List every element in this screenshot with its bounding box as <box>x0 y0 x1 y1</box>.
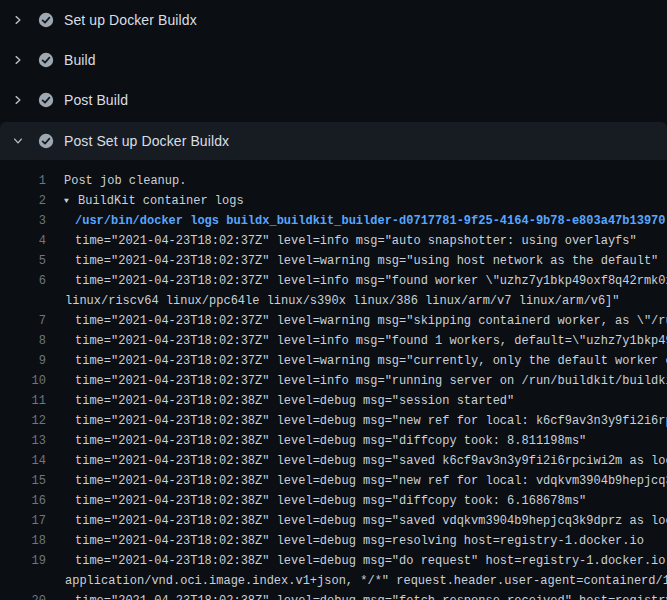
log-line-text-content: time="2021-04-23T18:02:37Z" level=info m… <box>75 374 667 388</box>
chevron-icon[interactable] <box>11 53 25 67</box>
log-line-text-content: time="2021-04-23T18:02:38Z" level=debug … <box>75 434 586 448</box>
group-caret-icon[interactable]: ▼ <box>64 191 78 211</box>
log-line: application/vnd.oci.image.index.v1+json,… <box>0 571 667 591</box>
chevron-icon[interactable] <box>11 93 25 107</box>
log-line-number[interactable]: 7 <box>0 311 46 331</box>
log-line-text-content: time="2021-04-23T18:02:37Z" level=info m… <box>75 334 667 348</box>
log-line-number[interactable]: 9 <box>0 351 46 371</box>
log-line-text: time="2021-04-23T18:02:38Z" level=debug … <box>75 471 667 491</box>
log-line-number[interactable]: 19 <box>0 551 46 571</box>
log-line-text: time="2021-04-23T18:02:37Z" level=warnin… <box>75 351 667 371</box>
log-line-number[interactable]: 6 <box>0 271 46 291</box>
log-line-number[interactable] <box>0 571 46 591</box>
log-line-text: /usr/bin/docker logs buildx_buildkit_bui… <box>75 211 666 231</box>
log-line-number[interactable]: 8 <box>0 331 46 351</box>
log-line-text-content: Post job cleanup. <box>64 174 186 188</box>
log-line-text: Post job cleanup. <box>64 171 186 191</box>
log-line-text: time="2021-04-23T18:02:38Z" level=debug … <box>75 531 644 551</box>
log-line-text: time="2021-04-23T18:02:37Z" level=info m… <box>75 271 667 291</box>
log-line: 16 time="2021-04-23T18:02:38Z" level=deb… <box>0 491 667 511</box>
log-line-text: time="2021-04-23T18:02:38Z" level=debug … <box>75 591 667 600</box>
log-line-text: time="2021-04-23T18:02:37Z" level=warnin… <box>75 311 667 331</box>
log-line-text-content: time="2021-04-23T18:02:37Z" level=info m… <box>75 274 667 288</box>
log-line-text-content: time="2021-04-23T18:02:38Z" level=debug … <box>75 474 667 488</box>
step-row-0[interactable]: Set up Docker Buildx <box>0 0 667 40</box>
chevron-down-icon <box>12 135 24 147</box>
log-line-text-content: /usr/bin/docker logs buildx_buildkit_bui… <box>75 214 666 228</box>
log-line: 20 time="2021-04-23T18:02:38Z" level=deb… <box>0 591 667 600</box>
log-line-text-content: time="2021-04-23T18:02:37Z" level=warnin… <box>75 314 667 328</box>
log-line-text-content: time="2021-04-23T18:02:38Z" level=debug … <box>75 514 667 528</box>
check-circle-icon <box>38 52 54 68</box>
log-line: 9 time="2021-04-23T18:02:37Z" level=warn… <box>0 351 667 371</box>
chevron-right-icon <box>12 54 24 66</box>
log-line: 19 time="2021-04-23T18:02:38Z" level=deb… <box>0 551 667 571</box>
log-line: 17 time="2021-04-23T18:02:38Z" level=deb… <box>0 511 667 531</box>
log-line-text-content: time="2021-04-23T18:02:38Z" level=debug … <box>75 554 667 568</box>
log-line-text-content: application/vnd.oci.image.index.v1+json,… <box>65 574 667 588</box>
check-circle-icon <box>38 12 54 28</box>
log-line: 6 time="2021-04-23T18:02:37Z" level=info… <box>0 271 667 291</box>
log-line: linux/riscv64 linux/ppc64le linux/s390x … <box>0 291 667 311</box>
log-line-number[interactable]: 18 <box>0 531 46 551</box>
log-line-text: time="2021-04-23T18:02:37Z" level=info m… <box>75 371 667 391</box>
log-line-number[interactable]: 11 <box>0 391 46 411</box>
log-line: 10 time="2021-04-23T18:02:37Z" level=inf… <box>0 371 667 391</box>
log-line-text-content: time="2021-04-23T18:02:38Z" level=debug … <box>75 534 644 548</box>
log-line-text-content: time="2021-04-23T18:02:37Z" level=warnin… <box>75 254 658 268</box>
log-line-text-content: time="2021-04-23T18:02:38Z" level=debug … <box>75 594 667 600</box>
log-line-text: ▼BuildKit container logs <box>64 191 244 211</box>
log-line-text: linux/riscv64 linux/ppc64le linux/s390x … <box>65 291 620 311</box>
chevron-right-icon <box>12 94 24 106</box>
log-line-text: time="2021-04-23T18:02:37Z" level=info m… <box>75 231 637 251</box>
log-line-text: time="2021-04-23T18:02:38Z" level=debug … <box>75 431 586 451</box>
chevron-icon[interactable] <box>11 134 25 148</box>
log-line-text-content: time="2021-04-23T18:02:38Z" level=debug … <box>75 454 667 468</box>
log-line-number[interactable]: 4 <box>0 231 46 251</box>
log-line: 11 time="2021-04-23T18:02:38Z" level=deb… <box>0 391 667 411</box>
step-label: Build <box>64 52 96 68</box>
log-line-text-content: time="2021-04-23T18:02:38Z" level=debug … <box>75 394 514 408</box>
step-row-2[interactable]: Post Build <box>0 80 667 120</box>
log-line: 2 ▼BuildKit container logs <box>0 191 667 211</box>
log-line-number[interactable] <box>0 291 46 311</box>
step-label: Post Set up Docker Buildx <box>64 133 229 149</box>
steps-list: Set up Docker Buildx Build <box>0 0 667 160</box>
log-line-number[interactable]: 20 <box>0 591 46 600</box>
log-line-number[interactable]: 3 <box>0 211 46 231</box>
log-line: 8 time="2021-04-23T18:02:37Z" level=info… <box>0 331 667 351</box>
log-line-text: application/vnd.oci.image.index.v1+json,… <box>65 571 667 591</box>
log-line-text: time="2021-04-23T18:02:38Z" level=debug … <box>75 391 514 411</box>
step-row-1[interactable]: Build <box>0 40 667 80</box>
log-line-number[interactable]: 5 <box>0 251 46 271</box>
log-line-text: time="2021-04-23T18:02:38Z" level=debug … <box>75 511 667 531</box>
log-line-text: time="2021-04-23T18:02:38Z" level=debug … <box>75 411 667 431</box>
log-line-text: time="2021-04-23T18:02:38Z" level=debug … <box>75 551 667 571</box>
log-line-number[interactable]: 14 <box>0 451 46 471</box>
chevron-right-icon <box>12 14 24 26</box>
log-line: 7 time="2021-04-23T18:02:37Z" level=warn… <box>0 311 667 331</box>
log-line-number[interactable]: 12 <box>0 411 46 431</box>
log-line-text-content: BuildKit container logs <box>78 194 244 208</box>
log-area: 1 Post job cleanup. 2 ▼BuildKit containe… <box>0 160 667 600</box>
log-line-number[interactable]: 15 <box>0 471 46 491</box>
log-line-text-content: time="2021-04-23T18:02:38Z" level=debug … <box>75 494 586 508</box>
log-line-number[interactable]: 2 <box>0 191 46 211</box>
log-line: 4 time="2021-04-23T18:02:37Z" level=info… <box>0 231 667 251</box>
log-line-number[interactable]: 1 <box>0 171 46 191</box>
log-line-number[interactable]: 13 <box>0 431 46 451</box>
log-line-number[interactable]: 17 <box>0 511 46 531</box>
log-line: 18 time="2021-04-23T18:02:38Z" level=deb… <box>0 531 667 551</box>
log-line-text-content: time="2021-04-23T18:02:37Z" level=warnin… <box>75 354 667 368</box>
log-line-text-content: linux/riscv64 linux/ppc64le linux/s390x … <box>65 294 620 308</box>
log-line-number[interactable]: 16 <box>0 491 46 511</box>
log-line: 1 Post job cleanup. <box>0 171 667 191</box>
step-row-3[interactable]: Post Set up Docker Buildx <box>0 122 667 160</box>
log-line-number[interactable]: 10 <box>0 371 46 391</box>
check-circle-icon <box>38 133 54 149</box>
chevron-icon[interactable] <box>11 13 25 27</box>
log-line-text: time="2021-04-23T18:02:38Z" level=debug … <box>75 451 667 471</box>
log-line-text-content: time="2021-04-23T18:02:37Z" level=info m… <box>75 234 637 248</box>
log-line-text: time="2021-04-23T18:02:37Z" level=info m… <box>75 331 667 351</box>
check-circle-icon <box>38 92 54 108</box>
